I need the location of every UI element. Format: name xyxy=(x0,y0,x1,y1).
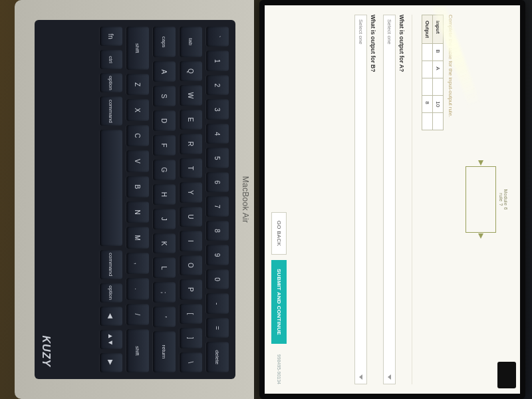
key: V xyxy=(126,150,149,172)
key: K xyxy=(153,233,176,254)
key: command xyxy=(100,250,122,279)
key: \ xyxy=(180,352,202,372)
key: S xyxy=(153,86,176,106)
key: shift xyxy=(126,27,149,70)
key: - xyxy=(206,293,229,313)
go-back-button[interactable]: GO BACK xyxy=(271,212,287,255)
key-row: fnctrloptioncommandcommandoption◀▲▼▶ xyxy=(100,27,122,372)
key: ▶ xyxy=(100,353,122,372)
cell[interactable] xyxy=(422,78,433,96)
cell[interactable] xyxy=(422,44,433,61)
key: F xyxy=(153,135,176,156)
keyboard-cover-brand: KUZY xyxy=(40,335,52,367)
question-a-select[interactable]: Select one xyxy=(383,15,396,384)
question-b: What is output for B? Select one xyxy=(354,15,376,384)
key: D xyxy=(153,110,176,131)
key: O xyxy=(180,255,202,275)
chevron-down-icon xyxy=(388,374,391,380)
header-thumbnail xyxy=(497,362,516,388)
key: H xyxy=(153,184,176,205)
screen-bezel: Module 6 rule ? Complete the table for t… xyxy=(259,0,525,399)
key: 3 xyxy=(206,99,229,119)
table-row: Output 8 xyxy=(422,15,433,130)
screen-content: Module 6 rule ? Complete the table for t… xyxy=(265,5,520,394)
chevron-down-icon xyxy=(359,374,362,380)
key: W xyxy=(180,85,202,105)
key: I xyxy=(180,231,202,251)
key: Q xyxy=(180,61,202,81)
key: shift xyxy=(126,329,149,372)
key: command xyxy=(100,96,122,126)
footer-bar: GO BACK SUBMIT AND CONTINUE 998495-90134 xyxy=(271,15,287,384)
key: = xyxy=(206,318,229,338)
key: L xyxy=(153,257,176,278)
cell[interactable] xyxy=(433,113,444,130)
key: 8 xyxy=(206,221,229,241)
key: caps xyxy=(153,27,176,57)
arrow-in-icon xyxy=(478,160,483,166)
submit-continue-button[interactable]: SUBMIT AND CONTINUE xyxy=(271,260,287,344)
select-placeholder: Select one xyxy=(358,19,364,45)
cell[interactable]: 8 xyxy=(422,96,433,113)
record-id: 998495-90134 xyxy=(277,354,281,384)
key: M xyxy=(126,227,149,248)
key: P xyxy=(180,279,202,299)
device-brand: MacBook Air xyxy=(241,176,250,223)
key-row: shiftZXCVBNM,./shift xyxy=(126,27,149,372)
key: 7 xyxy=(206,196,229,216)
keyboard-deck: MacBook Air `1234567890-=delete tabQWERT… xyxy=(15,0,254,399)
key: 6 xyxy=(206,172,229,192)
arrow-out-icon xyxy=(478,233,483,239)
key: fn xyxy=(100,27,122,46)
key: 5 xyxy=(206,148,229,168)
cell[interactable] xyxy=(422,113,433,130)
key: [ xyxy=(180,304,202,324)
key: 4 xyxy=(206,124,229,144)
photo-stage: Module 6 rule ? Complete the table for t… xyxy=(0,0,532,399)
key: A xyxy=(153,61,176,82)
key: , xyxy=(126,253,149,274)
laptop: Module 6 rule ? Complete the table for t… xyxy=(7,0,525,399)
key-row: `1234567890-=delete xyxy=(206,27,229,372)
key: E xyxy=(180,110,202,130)
instruction-text: Complete the table for the input-output … xyxy=(448,15,454,384)
keyboard: `1234567890-=delete tabQWERTYUIOP[]\ cap… xyxy=(35,20,235,379)
key-row: capsASDFGHJKL;'return xyxy=(153,27,176,372)
cell[interactable]: A xyxy=(433,61,444,78)
key: B xyxy=(126,176,149,198)
key: R xyxy=(180,134,202,154)
key: option xyxy=(100,283,122,303)
row-label-output: Output xyxy=(422,15,433,44)
key: delete xyxy=(206,342,229,372)
key: 9 xyxy=(206,245,229,265)
rule-box xyxy=(466,166,496,233)
key: ◀ xyxy=(100,307,122,326)
key: G xyxy=(153,160,176,180)
key: tab xyxy=(180,27,202,57)
key: ▲▼ xyxy=(100,330,122,349)
io-table: Input B A 10 Output 8 xyxy=(422,15,444,130)
key: ' xyxy=(153,307,176,327)
cell[interactable]: B xyxy=(433,44,444,61)
question-b-select[interactable]: Select one xyxy=(354,15,367,384)
cell[interactable] xyxy=(433,78,444,96)
key-row: tabQWERTYUIOP[]\ xyxy=(180,27,202,372)
module-label: Module 6 xyxy=(503,15,508,384)
key: ` xyxy=(206,27,229,47)
key xyxy=(100,130,122,246)
key: . xyxy=(126,278,149,299)
key: J xyxy=(153,209,176,229)
key: ] xyxy=(180,328,202,348)
key: U xyxy=(180,207,202,227)
key: X xyxy=(126,99,149,120)
cell[interactable] xyxy=(422,61,433,78)
key: Y xyxy=(180,182,202,202)
key: ctrl xyxy=(100,50,122,69)
key: N xyxy=(126,201,149,223)
question-b-prompt: What is output for B? xyxy=(370,15,376,384)
key: T xyxy=(180,158,202,178)
cell[interactable]: 10 xyxy=(433,96,444,113)
question-a: What is output for A? Select one xyxy=(383,15,405,384)
row-label-input: Input xyxy=(433,15,444,44)
key: ; xyxy=(153,282,176,303)
